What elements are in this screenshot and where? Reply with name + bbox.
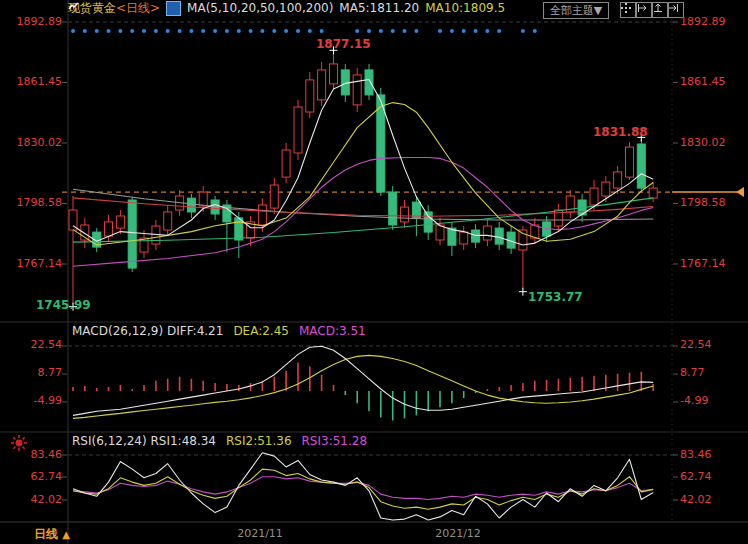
macd-axis-label: -4.99	[0, 394, 62, 407]
scale-x-icon[interactable]	[636, 2, 652, 18]
rsi-axis-label: 83.46	[0, 448, 62, 461]
ma5-value: MA5:1811.20	[339, 1, 419, 15]
macd-axis-label: -4.99	[680, 394, 744, 407]
period-label: 日线	[34, 527, 58, 541]
macd-axis-label: 22.54	[680, 338, 744, 351]
symbol-period: 现货黄金<日线>	[68, 0, 160, 17]
recent-high-annotation: 1831.88	[593, 125, 648, 139]
mini-chart-icon[interactable]	[166, 1, 181, 16]
rsi3-value: RSI3:51.28	[302, 434, 368, 448]
triangle-up-icon: ▲	[62, 529, 70, 540]
rsi2-value: RSI2:51.36	[226, 434, 292, 448]
x-axis-tick: 2021/11	[232, 527, 288, 540]
high-price-annotation: 1877.15	[316, 37, 371, 51]
move-tool-icon[interactable]	[620, 2, 636, 18]
scale-y-icon[interactable]	[652, 2, 668, 18]
rsi-axis-label: 62.74	[0, 470, 62, 483]
period-selector[interactable]: 日线 ▲	[34, 526, 70, 543]
min-price-annotation: 1745.99	[36, 298, 91, 312]
rsi-axis-label: 83.46	[680, 448, 744, 461]
trading-chart-window: 现货黄金<日线> MA(5,10,20,50,100,200) MA5:1811…	[0, 0, 748, 544]
macd-header: MACD(26,12,9) DIFF:4.21 DEA:2.45 MACD:3.…	[72, 324, 366, 338]
rsi-axis-label: 42.02	[0, 493, 62, 506]
macd-axis-label: 8.77	[680, 366, 744, 379]
rsi-header: RSI(6,12,24) RSI1:48.34 RSI2:51.36 RSI3:…	[72, 434, 367, 448]
macd-axis-label: 22.54	[0, 338, 62, 351]
price-axis-label: 1767.14	[680, 257, 744, 270]
price-axis-label: 1861.45	[0, 75, 62, 88]
ma10-value: MA10:1809.5	[425, 1, 505, 15]
rsi1-value: RSI(6,12,24) RSI1:48.34	[72, 434, 216, 448]
period-tag: <日线>	[116, 0, 160, 17]
chart-header: 现货黄金<日线> MA(5,10,20,50,100,200) MA5:1811…	[68, 1, 505, 15]
price-axis-label: 1892.89	[0, 15, 62, 28]
theme-select-button[interactable]: 全部主题▼	[543, 2, 609, 19]
chart-canvas[interactable]	[0, 0, 748, 544]
price-axis-label: 1892.89	[680, 15, 744, 28]
macd-dea-value: DEA:2.45	[233, 324, 289, 338]
x-axis-tick: 2021/12	[430, 527, 486, 540]
macd-macd-value: MACD:3.51	[299, 324, 366, 338]
price-axis-label: 1798.58	[0, 196, 62, 209]
macd-diff-value: MACD(26,12,9) DIFF:4.21	[72, 324, 223, 338]
price-axis-label: 1830.02	[0, 136, 62, 149]
rsi-axis-label: 62.74	[680, 470, 744, 483]
swing-low-annotation: 1753.77	[528, 290, 583, 304]
ma-settings-label: MA(5,10,20,50,100,200)	[187, 1, 333, 15]
price-axis-label: 1861.45	[680, 75, 744, 88]
price-axis-label: 1798.58	[680, 196, 744, 209]
macd-axis-label: 8.77	[0, 366, 62, 379]
rsi-axis-label: 42.02	[680, 493, 744, 506]
price-axis-label: 1767.14	[0, 257, 62, 270]
price-axis-label: 1830.02	[680, 136, 744, 149]
